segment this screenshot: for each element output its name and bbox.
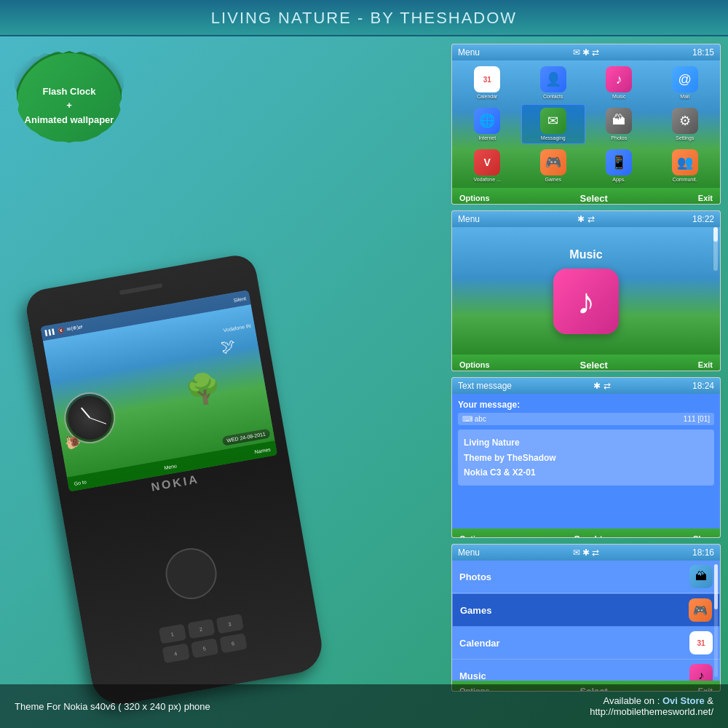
- bottom-url: http://mobilethemesworld.net/: [590, 706, 713, 717]
- music-screen-time: 18:22: [692, 214, 714, 224]
- phone-mockup: ▌▌▌ 🔇 ✉(⊕)⇄ Silent Vodafone IN 🕊: [22, 197, 298, 692]
- vodafone-icon: V: [474, 149, 500, 175]
- mail-label: Mail: [680, 94, 689, 99]
- menu-select-button[interactable]: Select: [580, 193, 608, 204]
- menu-item-music[interactable]: ♪ Music: [587, 63, 652, 103]
- music-footer: Options Select Exit: [452, 355, 720, 371]
- network-name: Silent: [233, 296, 246, 303]
- bottom-left-text: Theme For Nokia s40v6 ( 320 x 240 px) ph…: [15, 701, 210, 712]
- apps-label: Apps.: [612, 177, 625, 182]
- menu-item-contacts[interactable]: 👤 Contacts: [521, 63, 586, 103]
- menu-exit-button[interactable]: Exit: [698, 194, 713, 202]
- community-icon: 👥: [672, 149, 698, 175]
- key-3[interactable]: 3: [215, 614, 243, 634]
- list-item-calendar[interactable]: Calendar 31: [452, 627, 720, 660]
- music-select-button[interactable]: Select: [580, 360, 608, 371]
- main-content: Flash Clock + Animated wallpaper ▌▌▌ 🔇 ✉…: [0, 36, 728, 699]
- phone-speaker: [119, 283, 163, 295]
- phone-dpad[interactable]: [162, 544, 221, 603]
- text-screen-time: 18:24: [692, 381, 714, 391]
- messaging-label: Messaging: [541, 135, 566, 141]
- bottom-bar: Theme For Nokia s40v6 ( 320 x 240 px) ph…: [0, 684, 728, 728]
- hour-hand: [81, 408, 90, 419]
- menu-item-internet[interactable]: 🌐 Internet: [455, 104, 520, 145]
- menu-item-photos[interactable]: 🏔 Photos: [587, 104, 652, 145]
- list-item-music[interactable]: Music ♪: [452, 660, 720, 681]
- games-label: Games: [545, 177, 561, 182]
- music-screen-title: Menu: [458, 214, 480, 224]
- your-message-label: Your message:: [458, 400, 714, 410]
- menu-item-calendar[interactable]: 31 Calendar: [455, 63, 520, 103]
- flash-badge: Flash Clock + Animated wallpaper: [15, 51, 124, 160]
- message-line-1: Living Nature: [464, 435, 708, 450]
- key-4[interactable]: 4: [162, 644, 189, 664]
- text-screen-header: Text message ✱ ⇄ 18:24: [452, 378, 720, 394]
- internet-label: Internet: [478, 135, 496, 141]
- music-header-icons: ✱ ⇄: [577, 214, 594, 224]
- text-message-box: Living Nature Theme by TheShadow Nokia C…: [458, 430, 714, 486]
- music-body: Music ♪: [452, 227, 720, 355]
- key-2[interactable]: 2: [187, 619, 215, 639]
- photos-label: Photos: [611, 135, 627, 141]
- key-6[interactable]: 6: [219, 633, 247, 654]
- menu-item-settings[interactable]: ⚙ Settings: [653, 104, 718, 145]
- text-input-bar: ⌨ abc 111 [01]: [458, 413, 714, 425]
- music-screen-panel: Menu ✱ ⇄ 18:22 Music ♪ Options Select Ex…: [451, 210, 721, 371]
- menu-item-mail[interactable]: @ Mail: [653, 63, 718, 103]
- key-5[interactable]: 5: [190, 638, 218, 659]
- text-options-button[interactable]: Options: [459, 534, 490, 538]
- list-screen-time: 18:16: [692, 547, 714, 558]
- list-scrollbar: [714, 564, 718, 677]
- menu-screen-title: Menu: [458, 47, 480, 58]
- tree-icon: 🌳: [182, 369, 228, 432]
- music-exit-button[interactable]: Exit: [698, 360, 713, 369]
- list-body: Photos 🏔 Games 🎮 Calendar 31 Music ♪: [452, 561, 720, 681]
- list-games-icon: 🎮: [689, 598, 712, 622]
- apps-icon: 📱: [606, 149, 632, 175]
- menu-item-vodafone[interactable]: V Vodafone ...: [455, 146, 520, 185]
- text-clear-button[interactable]: Clear: [692, 534, 713, 538]
- phone-keypad: 1 2 3 4 5 6: [99, 604, 306, 678]
- message-line-2: Theme by TheShadow: [464, 451, 708, 465]
- input-left: ⌨ abc: [462, 415, 486, 423]
- flash-badge-text: Flash Clock + Animated wallpaper: [17, 77, 122, 135]
- text-sendto-button[interactable]: Send to: [574, 534, 609, 539]
- menu-item-apps[interactable]: 📱 Apps.: [587, 146, 652, 185]
- menu-screen-header: Menu ✉ ✱ ⇄ 18:15: [452, 44, 720, 60]
- list-calendar-label: Calendar: [459, 638, 689, 649]
- list-screen-header: Menu ✉ ✱ ⇄ 18:16: [452, 545, 720, 561]
- contacts-icon: 👤: [540, 66, 566, 92]
- signal-bars: ▌▌▌: [44, 328, 56, 336]
- key-1[interactable]: 1: [158, 624, 186, 644]
- snail-icon: 🐌: [63, 433, 82, 451]
- music-screen-header: Menu ✱ ⇄ 18:22: [452, 211, 720, 227]
- vodafone-label: Vodafone ...: [474, 177, 501, 182]
- list-music-icon: ♪: [689, 664, 713, 681]
- list-item-games[interactable]: Games 🎮: [452, 593, 720, 627]
- menu-screen-panel: Menu ✉ ✱ ⇄ 18:15 31 Calendar 👤 Contacts …: [451, 44, 721, 205]
- settings-icon: ⚙: [672, 108, 698, 134]
- minute-hand: [90, 417, 106, 424]
- status-icons: ✉(⊕)⇄: [66, 324, 84, 333]
- menu-item-messaging[interactable]: ✉ Messaging: [521, 104, 586, 145]
- left-side: Flash Clock + Animated wallpaper ▌▌▌ 🔇 ✉…: [0, 36, 451, 699]
- text-footer: Options Send to Clear: [452, 529, 720, 538]
- menu-options-button[interactable]: Options: [459, 194, 490, 202]
- photos-icon: 🏔: [606, 108, 632, 134]
- messaging-icon: ✉: [540, 108, 566, 134]
- calendar-icon: 31: [474, 66, 500, 92]
- music-large-icon: ♪: [553, 269, 619, 334]
- list-item-photos[interactable]: Photos 🏔: [452, 561, 720, 593]
- contacts-label: Contacts: [543, 94, 563, 99]
- calendar-label: Calendar: [477, 94, 497, 99]
- text-body: Your message: ⌨ abc 111 [01] Living Natu…: [452, 394, 720, 529]
- menu-screen-time: 18:15: [692, 47, 714, 58]
- menu-item-community[interactable]: 👥 Communit.: [653, 146, 718, 185]
- mail-icon: @: [672, 66, 698, 92]
- list-header-icons: ✉ ✱ ⇄: [573, 547, 600, 558]
- menu-label: Menu: [164, 463, 177, 470]
- carrier-name: Vodafone IN: [223, 323, 251, 333]
- and-text: &: [707, 695, 713, 706]
- menu-item-games[interactable]: 🎮 Games: [521, 146, 586, 185]
- music-options-button[interactable]: Options: [459, 360, 490, 369]
